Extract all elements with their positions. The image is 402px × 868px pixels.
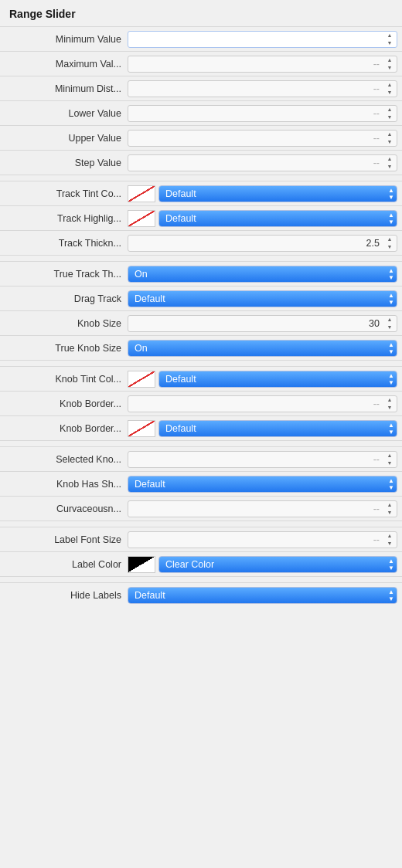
dropdown-label-true-knob-size[interactable]: On xyxy=(128,340,397,357)
spin-down-knob-size[interactable]: ▼ xyxy=(383,324,396,331)
label-maximum-value: Maximum Val... xyxy=(0,59,128,70)
input-knob-border-width[interactable] xyxy=(128,395,397,412)
dropdown-wrapper-knob-tint-color[interactable]: Default▲▼ xyxy=(158,371,397,388)
spin-down-curvaceousness[interactable]: ▼ xyxy=(383,509,396,517)
row-track-tint-color: Track Tint Co...Default▲▼ xyxy=(0,181,402,205)
label-selected-knob: Selected Kno... xyxy=(0,454,128,465)
label-track-thickness: Track Thickn... xyxy=(0,238,128,249)
spinner-minimum-value[interactable]: ▲▼ xyxy=(383,32,396,47)
dropdown-wrapper-true-knob-size[interactable]: On▲▼ xyxy=(128,340,397,357)
panel-title: Range Slider xyxy=(0,0,402,26)
spinner-maximum-value[interactable]: ▲▼ xyxy=(383,56,396,72)
dropdown-wrapper-knob-has-shadow[interactable]: Default▲▼ xyxy=(128,476,397,493)
spinner-upper-value[interactable]: ▲▼ xyxy=(383,131,396,146)
spin-down-track-thickness[interactable]: ▼ xyxy=(383,243,396,251)
dropdown-label-label-color[interactable]: Clear Color xyxy=(158,556,397,573)
input-step-value[interactable] xyxy=(128,154,397,171)
color-dropdown-row-track-highlight: Default▲▼ xyxy=(128,210,397,227)
dropdown-label-knob-tint-color[interactable]: Default xyxy=(158,371,397,388)
dropdown-wrapper-label-color[interactable]: Clear Color▲▼ xyxy=(158,556,397,573)
label-hide-labels: Hide Labels xyxy=(0,590,128,601)
label-track-tint-color: Track Tint Co... xyxy=(0,188,128,199)
color-swatch-knob-tint-color[interactable] xyxy=(128,371,155,388)
input-upper-value[interactable] xyxy=(128,130,397,147)
spin-down-minimum-value[interactable]: ▼ xyxy=(383,39,396,47)
spinner-step-value[interactable]: ▲▼ xyxy=(383,155,396,171)
row-hide-labels: Hide LabelsDefault▲▼ xyxy=(0,582,402,607)
input-minimum-value[interactable] xyxy=(128,31,397,48)
dropdown-wrapper-drag-track[interactable]: Default▲▼ xyxy=(128,290,397,307)
dropdown-wrapper-track-tint-color[interactable]: Default▲▼ xyxy=(158,185,397,202)
color-swatch-track-highlight[interactable] xyxy=(128,210,155,227)
spin-up-minimum-distance[interactable]: ▲ xyxy=(383,81,396,89)
row-drag-track: Drag TrackDefault▲▼ xyxy=(0,286,402,310)
spin-up-lower-value[interactable]: ▲ xyxy=(383,106,396,114)
input-maximum-value[interactable] xyxy=(128,56,397,73)
dropdown-wrapper-knob-border-color[interactable]: Default▲▼ xyxy=(158,420,397,437)
color-swatch-knob-border-color[interactable] xyxy=(128,420,155,437)
row-curvaceousness: Curvaceousn...▲▼ xyxy=(0,496,402,520)
input-track-thickness[interactable] xyxy=(128,235,397,252)
spin-down-maximum-value[interactable]: ▼ xyxy=(383,64,396,72)
spacer-spacer2 xyxy=(0,255,402,261)
dropdown-label-drag-track[interactable]: Default xyxy=(128,290,397,307)
spinner-minimum-distance[interactable]: ▲▼ xyxy=(383,81,396,97)
spinner-curvaceousness[interactable]: ▲▼ xyxy=(383,501,396,517)
color-dropdown-row-knob-tint-color: Default▲▼ xyxy=(128,371,397,388)
spinner-track-thickness[interactable]: ▲▼ xyxy=(383,236,396,251)
label-true-knob-size: True Knob Size xyxy=(0,343,128,354)
spin-up-minimum-value[interactable]: ▲ xyxy=(383,32,396,39)
label-upper-value: Upper Value xyxy=(0,133,128,144)
spin-down-selected-knob[interactable]: ▼ xyxy=(383,459,396,467)
row-label-color: Label ColorClear Color▲▼ xyxy=(0,551,402,576)
input-knob-size[interactable] xyxy=(128,315,397,332)
spinner-selected-knob[interactable]: ▲▼ xyxy=(383,452,396,467)
dropdown-wrapper-hide-labels[interactable]: Default▲▼ xyxy=(128,587,397,604)
dropdown-label-true-track-thickness[interactable]: On xyxy=(128,266,397,283)
spin-up-knob-border-width[interactable]: ▲ xyxy=(383,396,396,404)
spin-up-step-value[interactable]: ▲ xyxy=(383,155,396,163)
row-track-thickness: Track Thickn...▲▼ xyxy=(0,230,402,255)
label-knob-has-shadow: Knob Has Sh... xyxy=(0,479,128,490)
spin-down-step-value[interactable]: ▼ xyxy=(383,163,396,171)
dropdown-label-knob-border-color[interactable]: Default xyxy=(158,420,397,437)
row-knob-size: Knob Size▲▼ xyxy=(0,310,402,335)
input-label-font-size[interactable] xyxy=(128,531,397,548)
spinner-lower-value[interactable]: ▲▼ xyxy=(383,106,396,121)
spin-up-selected-knob[interactable]: ▲ xyxy=(383,452,396,459)
spin-up-track-thickness[interactable]: ▲ xyxy=(383,236,396,243)
label-knob-border-width: Knob Border... xyxy=(0,398,128,409)
spin-up-label-font-size[interactable]: ▲ xyxy=(383,532,396,540)
spin-up-curvaceousness[interactable]: ▲ xyxy=(383,501,396,509)
label-drag-track: Drag Track xyxy=(0,293,128,304)
row-track-highlight: Track Highlig...Default▲▼ xyxy=(0,205,402,230)
spin-down-label-font-size[interactable]: ▼ xyxy=(383,540,396,548)
spinner-knob-border-width[interactable]: ▲▼ xyxy=(383,396,396,412)
dropdown-label-knob-has-shadow[interactable]: Default xyxy=(128,476,397,493)
spin-down-knob-border-width[interactable]: ▼ xyxy=(383,404,396,412)
label-step-value: Step Value xyxy=(0,158,128,168)
dropdown-wrapper-true-track-thickness[interactable]: On▲▼ xyxy=(128,266,397,283)
dropdown-label-hide-labels[interactable]: Default xyxy=(128,587,397,604)
spinner-label-font-size[interactable]: ▲▼ xyxy=(383,532,396,548)
spin-down-lower-value[interactable]: ▼ xyxy=(383,114,396,121)
dropdown-wrapper-track-highlight[interactable]: Default▲▼ xyxy=(158,210,397,227)
spin-up-maximum-value[interactable]: ▲ xyxy=(383,56,396,64)
spin-up-upper-value[interactable]: ▲ xyxy=(383,131,396,138)
input-minimum-distance[interactable] xyxy=(128,80,397,97)
label-label-color: Label Color xyxy=(0,559,128,570)
row-step-value: Step Value▲▼ xyxy=(0,150,402,175)
spin-down-minimum-distance[interactable]: ▼ xyxy=(383,89,396,97)
dropdown-label-track-highlight[interactable]: Default xyxy=(158,210,397,227)
input-selected-knob[interactable] xyxy=(128,451,397,468)
spacer-spacer1 xyxy=(0,175,402,181)
row-knob-tint-color: Knob Tint Col...Default▲▼ xyxy=(0,366,402,391)
color-swatch-label-color[interactable] xyxy=(128,556,155,573)
color-swatch-track-tint-color[interactable] xyxy=(128,185,155,202)
input-lower-value[interactable] xyxy=(128,105,397,122)
input-curvaceousness[interactable] xyxy=(128,500,397,517)
spinner-knob-size[interactable]: ▲▼ xyxy=(383,316,396,331)
dropdown-label-track-tint-color[interactable]: Default xyxy=(158,185,397,202)
spin-down-upper-value[interactable]: ▼ xyxy=(383,138,396,146)
spin-up-knob-size[interactable]: ▲ xyxy=(383,316,396,324)
